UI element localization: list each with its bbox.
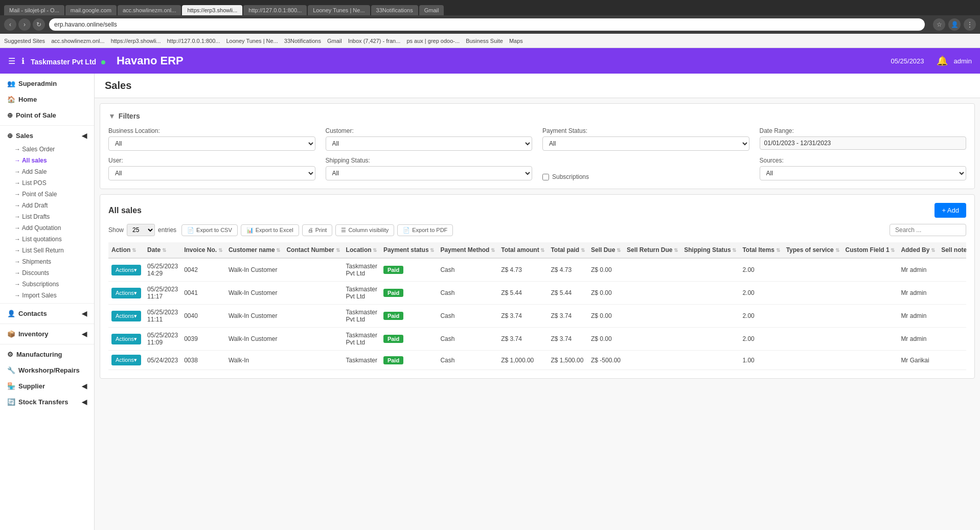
sidebar-workshorp[interactable]: 🔧 Workshorp/Repairs: [0, 362, 94, 378]
bookmark-local[interactable]: http://127.0.0.1:800...: [167, 38, 220, 44]
action-button[interactable]: Actions▾: [111, 288, 141, 298]
action-button[interactable]: Actions▾: [111, 265, 141, 275]
sidebar-item-list-drafts[interactable]: → List Drafts: [0, 211, 94, 222]
bookmark-suggested[interactable]: Suggested Sites: [4, 38, 45, 44]
col-types-service[interactable]: Types of service: [783, 242, 842, 258]
sidebar-item-list-quotations[interactable]: → List quotations: [0, 234, 94, 245]
sidebar-item-discounts[interactable]: → Discounts: [0, 267, 94, 279]
profile-button[interactable]: 👤: [948, 18, 961, 31]
sidebar-superadmin[interactable]: 👥 Superadmin: [0, 76, 94, 91]
sidebar-item-add-draft[interactable]: → Add Draft: [0, 200, 94, 211]
hamburger-icon[interactable]: ☰: [8, 56, 15, 66]
col-sell-return-due[interactable]: Sell Return Due: [624, 242, 681, 258]
tab-looney[interactable]: Looney Tunes | Ne...: [308, 5, 370, 15]
sidebar-item-import-sales[interactable]: → Import Sales: [0, 290, 94, 301]
sidebar-supplier[interactable]: 🏪 Supplier ◀: [0, 378, 94, 394]
sidebar-item-subscriptions[interactable]: → Subscriptions: [0, 279, 94, 290]
export-pdf-button[interactable]: 📄 Export to PDF: [397, 224, 453, 236]
col-customer[interactable]: Customer name: [225, 242, 283, 258]
sidebar-item-list-sell-return[interactable]: → List Sell Return: [0, 245, 94, 256]
tab-local[interactable]: http://127.0.0.1:800...: [243, 5, 307, 15]
bell-icon[interactable]: 🔔: [937, 55, 948, 66]
user-select[interactable]: All: [108, 166, 315, 180]
bookmark-looney[interactable]: Looney Tunes | Ne...: [226, 38, 278, 44]
tab-mail[interactable]: Mail - silojet-pl - O...: [4, 5, 64, 15]
bookmark-ps[interactable]: ps aux | grep odoo-...: [406, 38, 460, 44]
tab-gmail[interactable]: mail.google.com: [65, 5, 117, 15]
sidebar-item-add-sale[interactable]: → Add Sale: [0, 166, 94, 177]
table-cell[interactable]: Actions▾: [108, 282, 144, 305]
col-sell-due[interactable]: Sell Due: [588, 242, 624, 258]
entries-select[interactable]: 25 50 100: [127, 224, 155, 236]
bookmark-maps[interactable]: Maps: [509, 38, 523, 44]
business-location-select[interactable]: All: [108, 136, 315, 151]
table-cell[interactable]: Actions▾: [108, 328, 144, 351]
sidebar-item-shipments[interactable]: → Shipments: [0, 256, 94, 267]
bookmark-33[interactable]: 33Notifications: [284, 38, 321, 44]
sidebar-home[interactable]: 🏠 Home: [0, 91, 94, 107]
action-button[interactable]: Actions▾: [111, 311, 141, 321]
bookmark-bs[interactable]: Business Suite: [466, 38, 503, 44]
sidebar-item-list-pos[interactable]: → List POS: [0, 177, 94, 189]
sidebar-item-add-quotation[interactable]: → Add Quotation: [0, 222, 94, 234]
sidebar-item-sales-order[interactable]: → Sales Order: [0, 144, 94, 155]
col-action[interactable]: Action: [108, 242, 144, 258]
bookmark-inbox[interactable]: Inbox (7,427) - fran...: [348, 38, 401, 44]
print-button[interactable]: 🖨 Print: [302, 224, 333, 236]
table-cell[interactable]: Actions▾: [108, 258, 144, 282]
topbar: ☰ ℹ Taskmaster Pvt Ltd Havano ERP 05/25/…: [0, 48, 980, 74]
customer-select[interactable]: All: [326, 136, 533, 151]
search-input[interactable]: [890, 224, 966, 236]
sidebar-item-point-of-sale[interactable]: → Point of Sale: [0, 189, 94, 200]
sidebar-inventory[interactable]: 📦 Inventory ◀: [0, 326, 94, 342]
action-button[interactable]: Actions▾: [111, 355, 141, 365]
tab-notif[interactable]: 33Notifications: [371, 5, 418, 15]
table-cell[interactable]: Actions▾: [108, 305, 144, 328]
shipping-status-select[interactable]: All: [326, 166, 533, 180]
col-total-items[interactable]: Total Items: [739, 242, 783, 258]
bookmark-button[interactable]: ☆: [933, 18, 945, 31]
col-location[interactable]: Location: [343, 242, 380, 258]
page-header: Sales: [95, 74, 980, 98]
col-contact[interactable]: Contact Number: [283, 242, 343, 258]
col-payment-method[interactable]: Payment Method: [437, 242, 498, 258]
app-logo: Taskmaster Pvt Ltd Havano ERP: [31, 54, 885, 67]
bookmark-gmail[interactable]: Gmail: [327, 38, 342, 44]
table-cell[interactable]: Actions▾: [108, 351, 144, 370]
col-invoice[interactable]: Invoice No.: [181, 242, 225, 258]
forward-button[interactable]: ›: [18, 18, 31, 31]
sources-select[interactable]: All: [760, 166, 967, 180]
sidebar-item-all-sales[interactable]: → All sales: [0, 155, 94, 166]
bookmark-acc[interactable]: acc.showlinezm.onl...: [51, 38, 105, 44]
tab-gmail2[interactable]: Gmail: [419, 5, 444, 15]
tab-erp[interactable]: https://erp3.showli...: [182, 5, 242, 15]
subscriptions-checkbox[interactable]: [542, 174, 549, 180]
tab-acc[interactable]: acc.showlinezm.onl...: [118, 5, 181, 15]
col-total-amount[interactable]: Total amount: [498, 242, 548, 258]
col-custom-field[interactable]: Custom Field 1: [842, 242, 898, 258]
bookmark-erp3[interactable]: https://erp3.showli...: [111, 38, 161, 44]
col-shipping-status[interactable]: Shipping Status: [681, 242, 739, 258]
url-bar[interactable]: erp.havano.online/sells: [49, 18, 925, 31]
menu-button[interactable]: ⋮: [964, 18, 976, 31]
sidebar-manufacturing[interactable]: ⚙ Manufacturing: [0, 347, 94, 362]
col-payment-status[interactable]: Payment status: [380, 242, 437, 258]
col-total-paid[interactable]: Total paid: [548, 242, 588, 258]
col-date[interactable]: Date: [144, 242, 181, 258]
sidebar-sales[interactable]: ⊕ Sales ◀: [0, 128, 94, 144]
inventory-icon: 📦: [7, 330, 15, 338]
export-excel-button[interactable]: 📊 Export to Excel: [241, 224, 299, 236]
action-button[interactable]: Actions▾: [111, 334, 141, 344]
column-visibility-button[interactable]: ☰ Column visibility: [335, 224, 394, 236]
sidebar-contacts[interactable]: 👤 Contacts ◀: [0, 306, 94, 321]
payment-status-select[interactable]: All: [542, 136, 749, 151]
col-added-by[interactable]: Added By: [898, 242, 938, 258]
col-sell-note[interactable]: Sell note: [938, 242, 966, 258]
add-button[interactable]: + Add: [935, 203, 966, 218]
back-button[interactable]: ‹: [4, 18, 16, 31]
date-range-input[interactable]: 01/01/2023 - 12/31/2023: [760, 136, 967, 150]
sidebar-pos[interactable]: ⊕ Point of Sale: [0, 107, 94, 123]
sidebar-stock-transfers[interactable]: 🔄 Stock Transfers ◀: [0, 394, 94, 410]
refresh-button[interactable]: ↻: [33, 18, 45, 31]
export-csv-button[interactable]: 📄 Export to CSV: [181, 224, 238, 236]
